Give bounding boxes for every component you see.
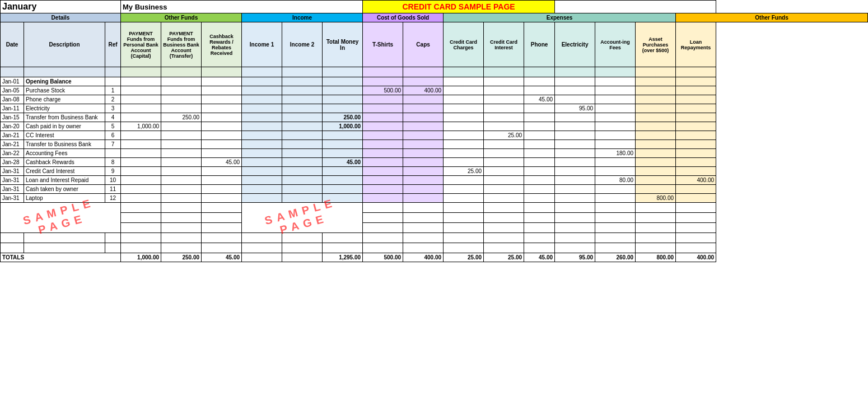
spacer2	[1, 233, 868, 243]
cell	[595, 131, 636, 140]
cell	[282, 149, 323, 158]
cell: Transfer from Business Bank	[24, 113, 105, 122]
cell	[676, 167, 716, 176]
cell	[202, 104, 242, 113]
totals-cc-interest: 25.00	[484, 253, 524, 262]
cell	[484, 104, 524, 113]
cell	[403, 149, 444, 158]
section-details: Details	[1, 13, 121, 22]
cell: Purchase Stock	[24, 86, 105, 95]
cell	[403, 113, 444, 122]
cell	[676, 158, 716, 167]
section-income: Income	[242, 13, 363, 22]
cell	[555, 158, 595, 167]
cell: Jan-31	[1, 185, 24, 194]
table-row: Jan-22Accounting Fees180.00	[1, 149, 868, 158]
col-header-income2: Income 2	[282, 22, 323, 67]
cell: 25.00	[444, 167, 484, 176]
cell	[202, 140, 242, 149]
cell	[403, 194, 444, 203]
cell	[121, 86, 161, 95]
cell	[202, 95, 242, 104]
cell	[202, 77, 242, 86]
totals-pay-business: 250.00	[161, 253, 202, 262]
cell: 8	[105, 158, 121, 167]
cell	[636, 104, 676, 113]
cell	[161, 104, 202, 113]
cell	[161, 86, 202, 95]
cell	[105, 149, 121, 158]
cell	[595, 185, 636, 194]
cell	[444, 122, 484, 131]
cell	[676, 104, 716, 113]
totals-accounting: 260.00	[595, 253, 636, 262]
cell	[161, 131, 202, 140]
cell	[242, 86, 282, 95]
cell	[363, 122, 403, 131]
cell	[524, 185, 555, 194]
cell	[161, 122, 202, 131]
cell	[555, 194, 595, 203]
cell	[242, 104, 282, 113]
cell	[676, 185, 716, 194]
cell: 10	[105, 176, 121, 185]
cell	[121, 104, 161, 113]
cell	[636, 158, 676, 167]
cell	[363, 167, 403, 176]
table-row: Jan-08Phone charge245.00	[1, 95, 868, 104]
spreadsheet-container: January My Business CREDIT CARD SAMPLE P…	[0, 0, 868, 262]
cell: Jan-05	[1, 86, 24, 95]
cell	[676, 131, 716, 140]
cell	[403, 95, 444, 104]
table-row: Jan-15Transfer from Business Bank4250.00…	[1, 113, 868, 122]
col-header-accounting: Account-ing Fees	[595, 22, 636, 67]
cell	[555, 167, 595, 176]
cell: 800.00	[636, 194, 676, 203]
cell	[202, 86, 242, 95]
cell	[444, 149, 484, 158]
table-row: Jan-21Transfer to Business Bank7	[1, 140, 868, 149]
cell	[161, 158, 202, 167]
cell	[242, 122, 282, 131]
cell	[282, 113, 323, 122]
cell	[121, 140, 161, 149]
cell: 9	[105, 167, 121, 176]
cell	[555, 185, 595, 194]
cell	[202, 176, 242, 185]
cell	[636, 176, 676, 185]
cell	[484, 95, 524, 104]
cell	[363, 149, 403, 158]
cell	[121, 167, 161, 176]
cell	[161, 167, 202, 176]
col-header-cc-interest: Credit Card Interest	[484, 22, 524, 67]
cell	[484, 122, 524, 131]
cell	[202, 113, 242, 122]
cell	[202, 122, 242, 131]
cell	[121, 158, 161, 167]
cell	[524, 113, 555, 122]
col-header-phone: Phone	[524, 22, 555, 67]
cell	[403, 176, 444, 185]
cell	[282, 140, 323, 149]
col-header-cashback: Cashback Rewards / Rebates Received	[202, 22, 242, 67]
cell	[161, 185, 202, 194]
cell: Jan-11	[1, 104, 24, 113]
cell	[242, 140, 282, 149]
cell: 25.00	[484, 131, 524, 140]
cell	[242, 167, 282, 176]
cell	[242, 158, 282, 167]
section-cogs: Cost of Goods Sold	[363, 13, 444, 22]
cell	[595, 167, 636, 176]
col-header-caps: Caps	[403, 22, 444, 67]
cell: 45.00	[202, 158, 242, 167]
cell	[363, 176, 403, 185]
cell	[242, 95, 282, 104]
section-expenses: Expenses	[444, 13, 676, 22]
cell	[676, 122, 716, 131]
cell	[323, 167, 363, 176]
cell: 6	[105, 131, 121, 140]
cell	[363, 185, 403, 194]
cell: 80.00	[595, 176, 636, 185]
cell	[282, 185, 323, 194]
cell	[555, 86, 595, 95]
